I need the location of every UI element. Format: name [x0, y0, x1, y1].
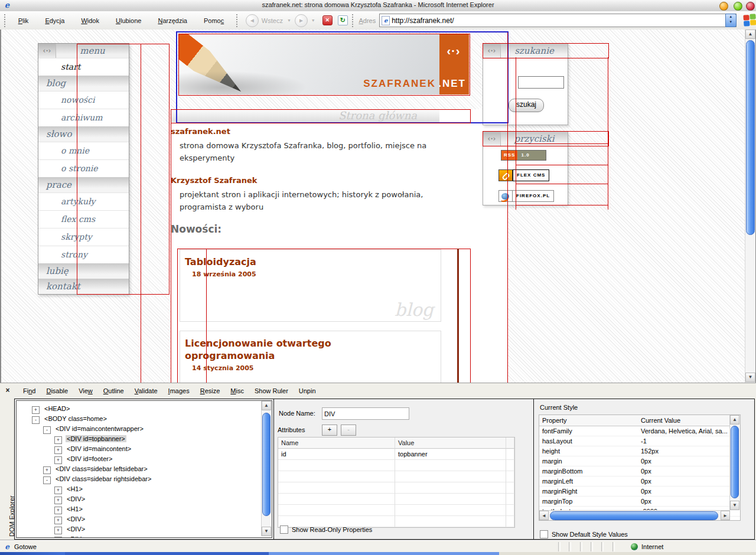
attribute-value[interactable]	[395, 494, 506, 505]
add-attribute-button[interactable]: +	[322, 425, 337, 436]
tree-node-label[interactable]: <DIV id=footer>	[66, 455, 113, 462]
column-header[interactable]: Name	[278, 438, 395, 449]
menu-item[interactable]: Edycja	[37, 12, 73, 30]
close-button[interactable]	[746, 2, 755, 11]
style-value[interactable]: 0px	[638, 497, 740, 507]
style-property[interactable]: margin	[539, 456, 638, 466]
scrollbar-thumb[interactable]	[262, 413, 271, 516]
style-value[interactable]: Verdana, Helvetica, Arial, sa...	[638, 426, 740, 436]
tree-expand-icon[interactable]: +	[54, 537, 62, 538]
dom-tree-node[interactable]: +<DIV>	[17, 514, 272, 524]
address-input[interactable]	[392, 17, 736, 25]
tree-node-label[interactable]: <H1>	[66, 485, 84, 492]
page-scrollbar[interactable]: ▲ ▼	[745, 30, 755, 383]
forward-dropdown-icon[interactable]: ▼	[311, 18, 315, 22]
devtools-menu-item[interactable]: Resize	[195, 386, 226, 396]
scroll-up-icon[interactable]: ▲	[730, 415, 739, 425]
style-scrollbar-vertical[interactable]: ▲ ▼	[729, 415, 740, 510]
attribute-row[interactable]	[278, 482, 514, 494]
style-value[interactable]: 0px	[638, 466, 740, 476]
sidebar-link[interactable]: lubię	[38, 263, 129, 279]
toolbar-grip[interactable]	[236, 14, 239, 27]
style-value[interactable]: 0px	[638, 476, 740, 487]
tree-expand-icon[interactable]: -	[43, 476, 51, 484]
defaults-checkbox[interactable]	[540, 530, 548, 538]
style-value[interactable]: 0px	[638, 456, 740, 466]
attribute-row[interactable]	[278, 505, 514, 516]
style-row[interactable]: fontFamily Verdana, Helvetica, Arial, sa…	[539, 426, 740, 436]
tree-scrollbar[interactable]: ▲ ▼	[261, 401, 272, 536]
back-button-label[interactable]: Wstecz	[262, 17, 283, 24]
style-row[interactable]: marginRight 0px	[539, 487, 740, 497]
style-property[interactable]: height	[539, 446, 638, 456]
site-badge[interactable]: FIREFOX.PL	[498, 190, 554, 202]
dom-tree-node[interactable]: +<DIV id=footer>	[17, 454, 272, 464]
sidebar-link[interactable]: o mnie	[38, 142, 129, 159]
attribute-value[interactable]	[395, 516, 506, 527]
style-property[interactable]: marginLeft	[539, 476, 638, 487]
tree-expand-icon[interactable]: +	[54, 497, 62, 504]
attribute-value[interactable]	[395, 482, 506, 494]
dom-tree-node[interactable]: +<H1>	[17, 484, 272, 494]
tree-expand-icon[interactable]: +	[54, 436, 62, 444]
tree-expand-icon[interactable]: +	[54, 507, 62, 514]
devtools-menu-item[interactable]: Misc	[225, 386, 249, 396]
attribute-value[interactable]: topbanner	[395, 449, 506, 460]
tree-node-label[interactable]: <DIV class=sidebar leftsidebar>	[54, 465, 149, 472]
dom-tree-node[interactable]: +<DIV class=sidebar leftsidebar>	[17, 464, 272, 474]
back-button-icon[interactable]: ◄	[246, 14, 259, 27]
tree-expand-icon[interactable]: +	[54, 517, 62, 524]
scroll-up-icon[interactable]: ▲	[262, 401, 271, 410]
column-header[interactable]: Value	[395, 438, 506, 449]
style-row[interactable]: hasLayout -1	[539, 436, 740, 446]
scroll-left-icon[interactable]: ◄	[539, 511, 549, 520]
attribute-row[interactable]	[278, 494, 514, 505]
forward-button-icon[interactable]: ►	[295, 14, 308, 27]
scrollbar-thumb[interactable]	[550, 511, 718, 520]
dom-tree-node[interactable]: +<DIV>	[17, 534, 272, 538]
attribute-row[interactable]	[278, 460, 514, 471]
scroll-right-icon[interactable]: ►	[721, 511, 730, 520]
style-property[interactable]: marginBottom	[539, 466, 638, 476]
tree-node-label[interactable]: <BODY class=home>	[43, 415, 108, 422]
attribute-value[interactable]	[395, 471, 506, 482]
toolbar-grip[interactable]	[352, 14, 355, 27]
dom-tree-node[interactable]: -<DIV class=sidebar rightsidebar>	[17, 474, 272, 484]
sidebar-link[interactable]: start	[38, 58, 129, 76]
tree-expand-icon[interactable]: +	[54, 446, 62, 454]
scrollbar-thumb[interactable]	[731, 426, 739, 498]
style-row[interactable]: height 152px	[539, 446, 740, 456]
style-property[interactable]: hasLayout	[539, 436, 638, 446]
column-header[interactable]: Current Value	[638, 415, 740, 426]
sidebar-link[interactable]: archiwum	[38, 109, 129, 126]
tree-node-label[interactable]: <DIV id=topbanner>	[66, 435, 126, 442]
sidebar-link[interactable]: słowo	[38, 126, 129, 142]
tree-expand-icon[interactable]: +	[54, 456, 62, 464]
scroll-up-icon[interactable]: ▲	[745, 30, 755, 39]
dom-tree-node[interactable]: -<DIV id=maincontentwrapper>	[17, 424, 272, 434]
style-scrollbar-horizontal[interactable]: ◄ ►	[539, 510, 730, 521]
attribute-name[interactable]	[278, 482, 395, 494]
tree-node-label[interactable]: <DIV id=maincontent>	[66, 445, 132, 452]
post-title[interactable]: Licencjonowanie otwartego oprogramowania	[185, 337, 374, 362]
back-dropdown-icon[interactable]: ▼	[287, 18, 291, 22]
remove-attribute-button[interactable]: -	[341, 425, 356, 436]
style-value[interactable]: 0px	[638, 487, 740, 497]
sidebar-link[interactable]: flex cms	[38, 210, 129, 228]
devtools-menu-item[interactable]: View	[73, 386, 98, 396]
dom-tree-node[interactable]: +<HEAD>	[17, 404, 272, 414]
menu-item[interactable]: Pomoc	[195, 12, 232, 30]
menu-item[interactable]: Ulubione	[107, 12, 149, 30]
sidebar-link[interactable]: prace	[38, 177, 129, 192]
attribute-row[interactable]	[278, 471, 514, 482]
tree-node-label[interactable]: <DIV>	[66, 536, 86, 538]
tree-expand-icon[interactable]: +	[54, 487, 62, 494]
toolbar-grip[interactable]	[4, 14, 7, 27]
tree-expand-icon[interactable]: +	[43, 466, 51, 474]
style-row[interactable]: marginBottom 0px	[539, 466, 740, 476]
attribute-name[interactable]: id	[278, 449, 395, 460]
attribute-name[interactable]	[278, 494, 395, 505]
style-property[interactable]: marginTop	[539, 497, 638, 507]
devtools-menu-item[interactable]: Disable	[41, 386, 73, 396]
maximize-button[interactable]	[734, 2, 742, 11]
